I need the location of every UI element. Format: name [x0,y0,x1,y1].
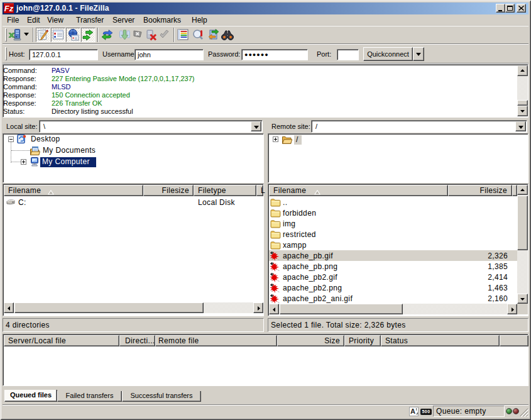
svg-text:Fz: Fz [4,4,14,13]
